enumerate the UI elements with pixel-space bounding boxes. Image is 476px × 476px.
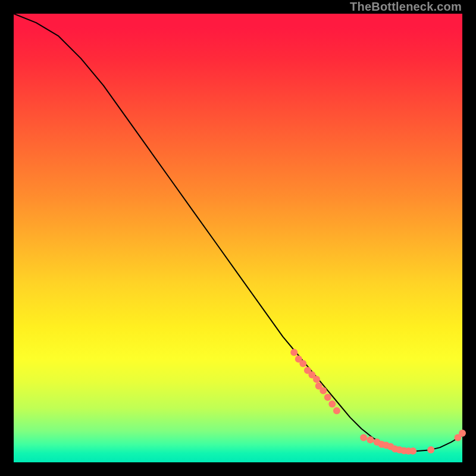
chart-frame: [14, 14, 462, 462]
gpu-point: [299, 360, 306, 367]
gpu-point: [324, 394, 331, 401]
watermark-text: TheBottleneck.com: [350, 0, 462, 14]
gpu-point: [290, 349, 298, 356]
gpu-point: [360, 434, 367, 441]
gpu-point: [459, 430, 466, 437]
gpu-point: [320, 387, 327, 394]
bottleneck-curve: [14, 14, 462, 451]
gpu-point: [328, 400, 336, 408]
gpu-point: [367, 436, 374, 443]
gpu-markers: [290, 349, 466, 455]
chart-svg: [14, 14, 462, 462]
gpu-point: [333, 407, 340, 414]
gpu-point: [409, 447, 416, 455]
gpu-point: [427, 446, 434, 453]
gpu-point: [313, 376, 320, 383]
